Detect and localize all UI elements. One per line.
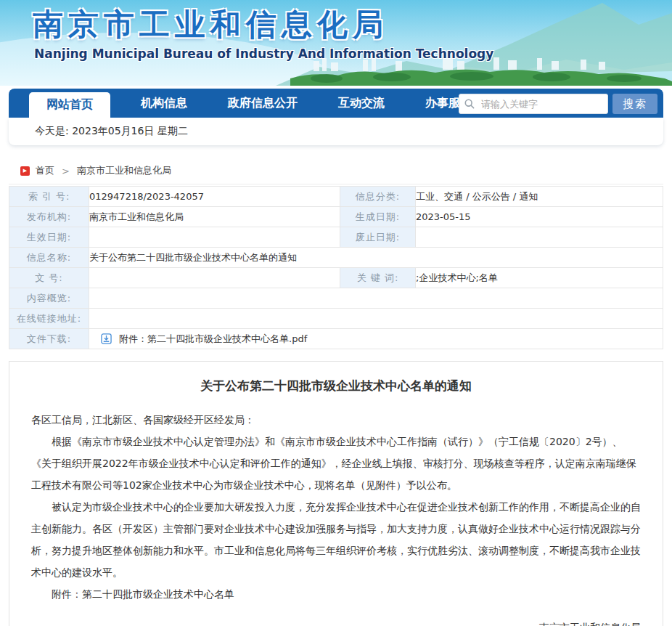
search-icon — [464, 98, 475, 110]
effective-date-label: 生效日期: — [9, 227, 89, 248]
expiry-date-label: 废止日期: — [340, 227, 416, 248]
info-category-label: 信息分类: — [340, 187, 416, 207]
article-content: 关于公布第二十四批市级企业技术中心名单的通知 各区工信局，江北新区、各国家级经开… — [9, 361, 663, 626]
summary-value — [89, 288, 663, 309]
table-row: 文件下载: 附件：第二十四批市级企业技术中心名单.pdf — [9, 329, 663, 349]
search-area: 搜索 — [459, 94, 657, 114]
table-row: 生效日期: 废止日期: — [9, 227, 663, 248]
table-row: 索 引 号: 012947218/2023-42057 信息分类: 工业、交通 … — [9, 187, 663, 207]
signature-block: 南京市工业和信息化局 2023年5月15日 — [31, 617, 641, 626]
info-name-value: 关于公布第二十四批市级企业技术中心名单的通知 — [89, 248, 663, 268]
main-nav: 网站首页 机构信息 政府信息公开 互动交流 办事服务 搜索 — [9, 89, 663, 118]
download-icon[interactable] — [101, 333, 112, 344]
table-row: 信息名称: 关于公布第二十四批市级企业技术中心名单的通知 — [9, 248, 663, 268]
breadcrumb-current[interactable]: 南京市工业和信息化局 — [77, 164, 171, 177]
search-button[interactable]: 搜索 — [612, 94, 657, 114]
signature-org: 南京市工业和信息化局 — [31, 617, 641, 626]
date-bar: 今天是: 2023年05月16日 星期二 — [9, 118, 663, 145]
keywords-label: 关 键 词: — [340, 268, 416, 288]
today-text: 今天是: 2023年05月16日 星期二 — [35, 125, 188, 138]
index-number-value: 012947218/2023-42057 — [89, 187, 340, 207]
article-salutation: 各区工信局，江北新区、各国家级经开区经发局： — [31, 409, 641, 431]
search-input[interactable] — [480, 98, 606, 110]
attachment-link[interactable]: 附件：第二十四批市级企业技术中心名单.pdf — [119, 333, 307, 346]
expiry-date-value — [416, 227, 663, 248]
created-date-label: 生成日期: — [340, 207, 416, 227]
summary-label: 内容概览: — [9, 288, 89, 309]
online-link-label: 在线链接地址: — [9, 309, 89, 329]
table-row: 发布机构: 南京市工业和信息化局 生成日期: 2023-05-15 — [9, 207, 663, 227]
document-meta-table: 索 引 号: 012947218/2023-42057 信息分类: 工业、交通 … — [9, 186, 663, 349]
created-date-value: 2023-05-15 — [416, 207, 663, 227]
table-row: 文 号: 关 键 词: ;企业技术中心;名单 — [9, 268, 663, 288]
search-box — [459, 94, 608, 114]
site-subtitle: Nanjing Municipal Bureau of Industry And… — [34, 46, 493, 61]
site-banner: 南京市工业和信息化局 Nanjing Municipal Bureau of I… — [0, 0, 672, 86]
effective-date-value — [89, 227, 340, 248]
article-title: 关于公布第二十四批市级企业技术中心名单的通知 — [31, 378, 641, 394]
breadcrumb-home[interactable]: 首页 — [36, 164, 54, 177]
breadcrumb: ▶ 首页 > 南京市工业和信息化局 — [9, 160, 663, 184]
article-paragraph: 被认定为市级企业技术中心的企业要加大研发投入力度，充分发挥企业技术中心在促进企业… — [31, 496, 641, 583]
article-paragraph: 根据《南京市市级企业技术中心认定管理办法》和《南京市市级企业技术中心工作指南（试… — [31, 431, 641, 496]
info-name-label: 信息名称: — [9, 248, 89, 268]
breadcrumb-separator: > — [62, 166, 70, 176]
play-icon: ▶ — [20, 166, 30, 176]
file-download-label: 文件下载: — [9, 329, 89, 349]
tab-agency-info[interactable]: 机构信息 — [131, 89, 197, 118]
tab-gov-info-disclosure[interactable]: 政府信息公开 — [218, 89, 308, 118]
publisher-value: 南京市工业和信息化局 — [89, 207, 340, 227]
site-title: 南京市工业和信息化局 — [33, 4, 388, 45]
tab-home[interactable]: 网站首页 — [29, 92, 110, 118]
index-number-label: 索 引 号: — [9, 187, 89, 207]
tab-interaction[interactable]: 互动交流 — [328, 89, 395, 118]
table-row: 内容概览: — [9, 288, 663, 309]
publisher-label: 发布机构: — [9, 207, 89, 227]
doc-number-value — [89, 268, 340, 288]
table-row: 在线链接地址: — [9, 309, 663, 329]
article-attachment-line: 附件：第二十四批市级企业技术中心名单 — [31, 583, 641, 605]
page: 南京市工业和信息化局 Nanjing Municipal Bureau of I… — [0, 0, 672, 626]
attachment-row: 附件：第二十四批市级企业技术中心名单.pdf — [92, 333, 663, 346]
info-category-value: 工业、交通 / 公示公告 / 通知 — [416, 187, 663, 207]
keywords-value: ;企业技术中心;名单 — [416, 268, 663, 288]
doc-number-label: 文 号: — [9, 268, 89, 288]
nav-tabs: 网站首页 机构信息 政府信息公开 互动交流 办事服务 — [9, 89, 482, 118]
online-link-value — [89, 309, 663, 329]
